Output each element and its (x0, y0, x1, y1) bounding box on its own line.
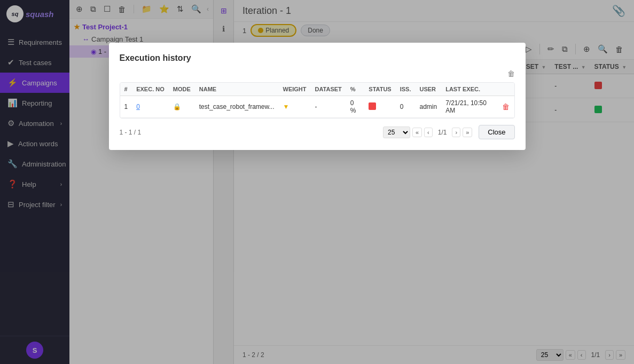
modal-status-red (369, 102, 376, 110)
mth-mode: MODE (169, 83, 195, 96)
modal-weight-dropdown[interactable]: ▼ (283, 103, 289, 110)
mth-actions (498, 83, 514, 96)
mrow-mode: 🔒 (169, 96, 195, 118)
exec-no-link[interactable]: 0 (136, 103, 140, 110)
modal-page-prev-btn[interactable]: ‹ (424, 128, 433, 137)
mth-name: NAME (195, 83, 279, 96)
mrow-exec-no: 0 (132, 96, 169, 118)
mrow-status (364, 96, 395, 118)
mrow-percent: 0 % (346, 96, 365, 118)
mth-status: STATUS (364, 83, 395, 96)
modal-table-wrap: # EXEC. NO MODE NAME WEIGHT DATASET % ST… (120, 82, 515, 118)
modal-table-row: 1 0 🔒 test_case_robot_framew... ▼ - 0 % … (120, 96, 514, 118)
mth-percent: % (346, 83, 365, 96)
modal-title: Execution history (120, 53, 515, 63)
mrow-weight: ▼ (279, 96, 311, 118)
modal-count: 1 - 1 / 1 (120, 129, 142, 136)
mrow-issues: 0 (396, 96, 416, 118)
mth-num: # (120, 83, 132, 96)
mth-iss: ISS. (396, 83, 416, 96)
execution-history-modal: Execution history 🗑 # EXEC. NO MODE NAME… (109, 43, 526, 150)
mrow-num: 1 (120, 96, 132, 118)
mrow-dataset: - (311, 96, 346, 118)
modal-footer: 1 - 1 / 1 25 50 100 « ‹ 1/1 › » Close (120, 125, 515, 139)
modal-delete-btn[interactable]: 🗑 (507, 69, 515, 78)
lock-icon-modal: 🔒 (173, 103, 181, 110)
modal-page-last-btn[interactable]: » (463, 128, 472, 137)
mrow-last-exec: 7/21/21, 10:50 AM (441, 96, 498, 118)
modal-table: # EXEC. NO MODE NAME WEIGHT DATASET % ST… (120, 83, 514, 118)
modal-page-first-btn[interactable]: « (412, 128, 422, 137)
modal-page-info: 1/1 (435, 129, 450, 136)
mth-dataset: DATASET (311, 83, 346, 96)
mth-exec-no: EXEC. NO (132, 83, 169, 96)
mth-weight: WEIGHT (279, 83, 311, 96)
mth-user: USER (416, 83, 442, 96)
modal-row-delete-btn[interactable]: 🗑 (502, 102, 510, 111)
modal-pagination: 25 50 100 « ‹ 1/1 › » (383, 126, 472, 138)
mrow-actions: 🗑 (498, 96, 514, 118)
modal-header-row: # EXEC. NO MODE NAME WEIGHT DATASET % ST… (120, 83, 514, 96)
modal-page-next-btn[interactable]: › (452, 128, 460, 137)
mrow-name: test_case_robot_framew... (195, 96, 279, 118)
modal-toolbar: 🗑 (120, 69, 515, 78)
modal-backdrop: Execution history 🗑 # EXEC. NO MODE NAME… (0, 0, 634, 364)
modal-close-btn[interactable]: Close (479, 125, 514, 139)
mth-last-exec: LAST EXEC. (441, 83, 498, 96)
modal-per-page-select[interactable]: 25 50 100 (383, 126, 410, 138)
mrow-user: admin (416, 96, 442, 118)
